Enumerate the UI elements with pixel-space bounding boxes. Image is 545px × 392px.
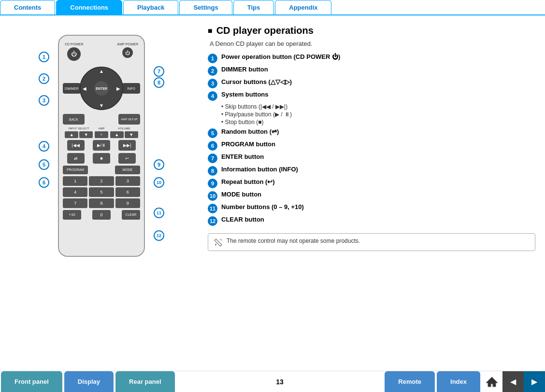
- circle-7: 7: [208, 154, 217, 163]
- rear-panel-button[interactable]: Rear panel: [115, 371, 174, 392]
- num-5-button[interactable]: 5: [89, 187, 114, 197]
- num-1-button[interactable]: 1: [63, 176, 87, 186]
- top-navigation: Contents Connections Playback Settings T…: [0, 0, 545, 15]
- enter-button[interactable]: ENTER: [94, 81, 109, 96]
- program-button[interactable]: PROGRAM: [63, 166, 88, 174]
- display-button[interactable]: Display: [64, 371, 114, 392]
- home-icon: [485, 375, 499, 389]
- tab-tips[interactable]: Tips: [233, 0, 274, 14]
- input-select-down[interactable]: ▼: [79, 131, 93, 138]
- svg-rect-0: [215, 244, 216, 245]
- amp-power-button[interactable]: ⏻: [122, 47, 133, 58]
- callout-2: 2: [39, 73, 49, 84]
- item-row-12: 12 CLEAR button: [208, 216, 535, 226]
- amp-button[interactable]: ✦: [95, 131, 108, 138]
- tab-contents[interactable]: Contents: [0, 0, 55, 14]
- num-6-button[interactable]: 6: [115, 187, 140, 197]
- item-row-2: 2 DIMMER button: [208, 66, 535, 76]
- bottom-navigation: Front panel Display Rear panel 13 Remote…: [0, 371, 545, 392]
- dpad-right[interactable]: ▶: [116, 86, 120, 91]
- back-button[interactable]: BACK: [63, 114, 85, 125]
- circle-12: 12: [208, 216, 217, 226]
- home-button[interactable]: [481, 371, 502, 392]
- circle-1: 1: [208, 54, 217, 63]
- dpad-left[interactable]: ◀: [83, 86, 86, 91]
- item-row-7: 7 ENTER button: [208, 153, 535, 163]
- left-panel: 1 2 3 4 5 6 7 8 9 10 11 12: [0, 20, 203, 366]
- tab-playback[interactable]: Playback: [123, 0, 178, 14]
- item-row-6: 6 PROGRAM button: [208, 140, 535, 151]
- remote-button[interactable]: Remote: [385, 371, 435, 392]
- item-8-text: Information button (INFO): [221, 166, 298, 173]
- item-row-8: 8 Information button (INFO): [208, 166, 535, 176]
- page-number: 13: [176, 378, 384, 386]
- amp-setup-button[interactable]: AMP SETUP: [118, 114, 140, 125]
- circle-8: 8: [208, 166, 217, 176]
- skip-forward-button[interactable]: ▶▶|: [118, 140, 136, 151]
- input-select-up[interactable]: ▲: [65, 131, 78, 138]
- item-row-1: 1 Power operation button (CD POWER ⏻): [208, 53, 535, 63]
- prev-page-button[interactable]: ◀: [502, 371, 524, 392]
- item-9-text: Repeat button (↩): [221, 178, 275, 185]
- play-pause-button[interactable]: ▶/⏸: [93, 140, 110, 151]
- item-4-sub-3: Stop button (■): [221, 119, 535, 126]
- stop-button[interactable]: ■: [93, 153, 110, 164]
- front-panel-button[interactable]: Front panel: [1, 371, 62, 392]
- callout-8: 8: [154, 77, 164, 88]
- volume-up[interactable]: ▲: [110, 131, 124, 138]
- clear-button[interactable]: CLEAR: [122, 210, 140, 220]
- num-8-button[interactable]: 8: [89, 198, 114, 208]
- next-page-button[interactable]: ▶: [524, 371, 545, 392]
- num-7-button[interactable]: 7: [63, 198, 87, 208]
- item-4-sub-1: Skip buttons (|◀◀ / ▶▶|): [221, 103, 535, 110]
- remote-illustration: 1 2 3 4 5 6 7 8 9 10 11 12: [34, 25, 169, 266]
- item-4-subitems: Skip buttons (|◀◀ / ▶▶|) Play/pause butt…: [221, 103, 535, 126]
- info-button[interactable]: INFO: [122, 83, 140, 94]
- item-4-sub-2: Play/pause button (▶ / ⏸): [221, 111, 535, 118]
- item-11-text: Number buttons (0 – 9, +10): [221, 203, 304, 210]
- tab-connections[interactable]: Connections: [56, 0, 122, 14]
- item-2-text: DIMMER button: [221, 66, 268, 73]
- repeat-button[interactable]: ↩: [118, 153, 136, 164]
- main-content: 1 2 3 4 5 6 7 8 9 10 11 12: [0, 15, 545, 371]
- num-0-button[interactable]: 0: [92, 210, 111, 220]
- num-9-button[interactable]: 9: [115, 198, 140, 208]
- plus10-button[interactable]: +10: [63, 210, 81, 220]
- item-row-3: 3 Cursor buttons (△▽◁▷): [208, 78, 535, 88]
- circle-4: 4: [208, 91, 217, 101]
- circle-2: 2: [208, 66, 217, 76]
- callout-12: 12: [154, 230, 164, 241]
- volume-down[interactable]: ▼: [125, 131, 138, 138]
- callout-5: 5: [39, 159, 49, 170]
- note-text: The remote control may not operate some …: [227, 238, 360, 244]
- num-4-button[interactable]: 4: [63, 187, 87, 197]
- item-7-text: ENTER button: [221, 153, 264, 160]
- mode-button[interactable]: MODE: [115, 166, 140, 174]
- item-row-11: 11 Number buttons (0 – 9, +10): [208, 203, 535, 213]
- random-button[interactable]: ⇌: [67, 153, 85, 164]
- cd-power-button[interactable]: ⏻: [67, 47, 81, 61]
- dpad[interactable]: ▲ ▼ ◀ ▶ ENTER: [81, 67, 123, 110]
- index-button[interactable]: Index: [437, 371, 480, 392]
- num-3-button[interactable]: 3: [115, 176, 140, 186]
- subtitle: A Denon CD player can be operated.: [210, 40, 535, 47]
- item-6-text: PROGRAM button: [221, 140, 275, 148]
- item-1-text: Power operation button (CD POWER ⏻): [221, 53, 340, 60]
- note-box: The remote control may not operate some …: [208, 233, 535, 251]
- dpad-up[interactable]: ▲: [99, 69, 104, 74]
- callout-11: 11: [154, 208, 164, 218]
- num-2-button[interactable]: 2: [89, 176, 114, 186]
- dpad-down[interactable]: ▼: [99, 103, 104, 108]
- bottom-row: +10 0 CLEAR: [63, 210, 140, 220]
- item-row-9: 9 Repeat button (↩): [208, 178, 535, 188]
- skip-back-button[interactable]: |◀◀: [67, 140, 85, 151]
- circle-6: 6: [208, 141, 217, 151]
- tab-settings[interactable]: Settings: [179, 0, 232, 14]
- dimmer-button[interactable]: DIMMER: [63, 83, 81, 94]
- right-panel: CD player operations A Denon CD player c…: [203, 20, 545, 366]
- circle-11: 11: [208, 204, 217, 213]
- circle-9: 9: [208, 179, 217, 188]
- item-5-text: Random button (⇌): [221, 128, 279, 135]
- circle-3: 3: [208, 79, 217, 88]
- tab-appendix[interactable]: Appendix: [275, 0, 331, 14]
